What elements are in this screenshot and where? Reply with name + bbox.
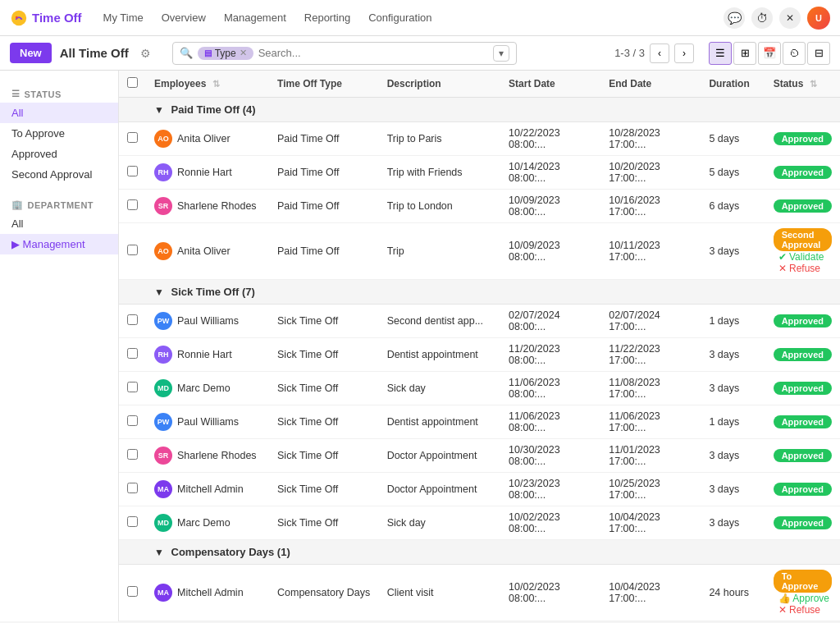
start-date-cell: 10/09/2023 08:00:... bbox=[500, 190, 600, 223]
row-checkbox[interactable] bbox=[127, 132, 138, 143]
list-view-button[interactable]: ☰ bbox=[709, 42, 732, 65]
status-cell: Approved bbox=[765, 621, 840, 622]
action-validate[interactable]: ✔ Validate bbox=[778, 251, 824, 263]
group-row[interactable]: ▼ Compensatory Days (1) bbox=[119, 540, 840, 565]
nav-overview[interactable]: Overview bbox=[153, 8, 214, 27]
close-icon[interactable]: ✕ bbox=[779, 7, 801, 29]
table-row: RH Ronnie Hart Paid Time Off Trip with F… bbox=[119, 156, 840, 190]
status-badge: Approved bbox=[774, 516, 832, 529]
sort-employees-icon[interactable]: ⇅ bbox=[212, 79, 220, 89]
row-checkbox[interactable] bbox=[127, 516, 138, 527]
type-cell: Sick Time Off bbox=[269, 473, 379, 506]
employee-name: Anita Oliver bbox=[177, 245, 231, 257]
employee-avatar: AO bbox=[154, 242, 172, 260]
grid-view-button[interactable]: ⊞ bbox=[733, 42, 756, 65]
header-type[interactable]: Time Off Type bbox=[269, 71, 379, 98]
nav-configuration[interactable]: Configuration bbox=[360, 8, 440, 27]
next-page-button[interactable]: › bbox=[674, 44, 694, 63]
row-checkbox-cell bbox=[119, 565, 146, 621]
header-duration[interactable]: Duration bbox=[701, 71, 765, 98]
header-employees[interactable]: Employees ⇅ bbox=[146, 71, 269, 98]
sidebar-item-to-approve[interactable]: To Approve bbox=[0, 123, 118, 144]
search-dropdown-btn[interactable]: ▾ bbox=[493, 45, 509, 62]
search-icon: 🔍 bbox=[180, 47, 193, 59]
table-row: AO Anita Oliver Paid Time Off Trip 10/09… bbox=[119, 223, 840, 280]
row-checkbox[interactable] bbox=[127, 314, 138, 325]
clock-icon[interactable]: ⏱ bbox=[751, 7, 773, 29]
settings-gear-icon[interactable]: ⚙ bbox=[140, 47, 151, 60]
action-refuse[interactable]: ✕ Refuse bbox=[778, 263, 820, 274]
row-checkbox[interactable] bbox=[127, 586, 138, 597]
group-toggle-icon[interactable]: ▼ bbox=[154, 547, 164, 558]
group-row[interactable]: ▼ Sick Time Off (7) bbox=[119, 280, 840, 305]
row-checkbox-cell bbox=[119, 473, 146, 506]
employee-cell: SR Sharlene Rhodes bbox=[146, 439, 269, 473]
row-checkbox-cell bbox=[119, 190, 146, 223]
row-checkbox[interactable] bbox=[127, 415, 138, 426]
filter-tag-remove[interactable]: ✕ bbox=[240, 48, 247, 58]
row-checkbox[interactable] bbox=[127, 166, 138, 176]
header-start-date[interactable]: Start Date bbox=[500, 71, 600, 98]
action-refuse[interactable]: ✕ Refuse bbox=[778, 604, 820, 616]
start-date-cell: 02/07/2024 08:00:... bbox=[500, 305, 600, 338]
end-date-cell: 10/20/2023 17:00:... bbox=[600, 156, 701, 190]
employee-name: Marc Demo bbox=[177, 383, 231, 394]
header-description[interactable]: Description bbox=[379, 71, 500, 98]
type-cell: Sick Time Off bbox=[269, 305, 379, 338]
prev-page-button[interactable]: ‹ bbox=[650, 44, 669, 63]
department-section-icon: 🏢 bbox=[11, 199, 24, 210]
sidebar-item-second-approval[interactable]: Second Approval bbox=[0, 164, 118, 185]
nav-my-time[interactable]: My Time bbox=[95, 8, 152, 27]
pivot-view-button[interactable]: ⊟ bbox=[807, 42, 830, 65]
nav-management[interactable]: Management bbox=[216, 8, 294, 27]
sort-status-icon[interactable]: ⇅ bbox=[810, 79, 817, 89]
new-button[interactable]: New bbox=[10, 43, 52, 63]
status-cell: Approved bbox=[765, 473, 840, 506]
row-checkbox[interactable] bbox=[127, 483, 138, 493]
group-toggle-icon[interactable]: ▼ bbox=[154, 286, 164, 298]
table-row: SR Sharlene Rhodes Sick Time Off Doctor … bbox=[119, 439, 840, 473]
sidebar-item-management[interactable]: ▶ Management bbox=[0, 234, 118, 254]
row-checkbox[interactable] bbox=[127, 449, 138, 460]
table-row: SR Sharlene Rhodes Compensatory Days Tri… bbox=[119, 621, 840, 622]
description-cell: Sick day bbox=[379, 506, 500, 540]
row-checkbox-cell bbox=[119, 122, 146, 156]
end-date-cell: 10/28/2023 17:00:... bbox=[600, 122, 701, 156]
end-date-cell: 11/08/2023 17:00:... bbox=[600, 372, 701, 405]
row-checkbox-cell bbox=[119, 372, 146, 405]
row-checkbox[interactable] bbox=[127, 348, 138, 359]
sidebar-item-dept-all[interactable]: All bbox=[0, 213, 118, 234]
group-toggle-icon[interactable]: ▼ bbox=[154, 104, 164, 116]
duration-cell: 3 days bbox=[701, 439, 765, 473]
chat-icon[interactable]: 💬 bbox=[724, 7, 745, 29]
duration-cell: 3 days bbox=[701, 506, 765, 540]
start-date-cell: 10/09/2023 08:00:... bbox=[500, 621, 600, 622]
row-checkbox-cell bbox=[119, 338, 146, 372]
sidebar-item-all[interactable]: All bbox=[0, 103, 118, 123]
employee-avatar: PW bbox=[154, 312, 172, 330]
action-approve[interactable]: 👍 Approve bbox=[778, 593, 829, 604]
header-end-date[interactable]: End Date bbox=[600, 71, 701, 98]
calendar-view-button[interactable]: 📅 bbox=[758, 42, 781, 65]
filter-tag-icon: ▤ bbox=[204, 48, 212, 57]
duration-cell: 3 days bbox=[701, 338, 765, 372]
row-checkbox[interactable] bbox=[127, 245, 138, 255]
header-status[interactable]: Status ⇅ bbox=[765, 71, 840, 98]
end-date-cell: 10/25/2023 17:00:... bbox=[600, 473, 701, 506]
filter-type-tag[interactable]: ▤ Type ✕ bbox=[198, 47, 253, 60]
description-cell: Trip bbox=[379, 223, 500, 280]
activity-view-button[interactable]: ⏲ bbox=[783, 42, 806, 65]
pagination: 1-3 / 3 ‹ › bbox=[614, 44, 694, 63]
status-cell: Approved bbox=[765, 439, 840, 473]
select-all-checkbox[interactable] bbox=[127, 77, 138, 88]
user-avatar[interactable]: U bbox=[807, 7, 830, 30]
status-badge: Approved bbox=[774, 348, 832, 361]
group-row[interactable]: ▼ Paid Time Off (4) bbox=[119, 98, 840, 122]
row-checkbox[interactable] bbox=[127, 382, 138, 392]
search-input[interactable] bbox=[258, 47, 488, 59]
employee-name: Sharlene Rhodes bbox=[177, 200, 257, 212]
row-checkbox[interactable] bbox=[127, 199, 138, 210]
department-section-title: 🏢 DEPARTMENT bbox=[0, 193, 118, 213]
nav-reporting[interactable]: Reporting bbox=[296, 8, 358, 27]
sidebar-item-approved[interactable]: Approved bbox=[0, 144, 118, 164]
